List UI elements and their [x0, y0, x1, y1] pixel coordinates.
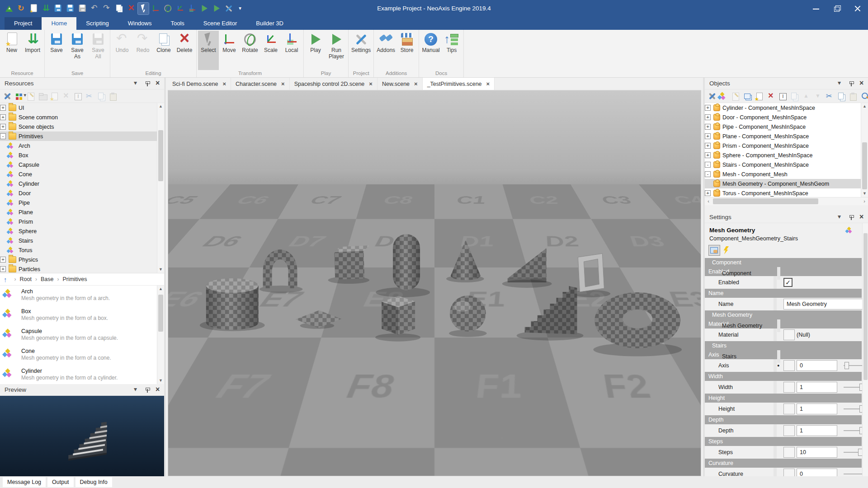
toolbar-icon[interactable]: [789, 91, 800, 101]
ribbon-button[interactable]: Play: [305, 31, 326, 70]
tree-item[interactable]: Pipe: [0, 198, 164, 207]
expander-icon[interactable]: +: [705, 143, 711, 149]
expander-icon[interactable]: +: [0, 257, 6, 263]
scroll-left-icon[interactable]: ‹: [705, 197, 712, 205]
default-value-button[interactable]: [783, 329, 795, 340]
breadcrumb-item[interactable]: ›Base: [32, 276, 54, 282]
scrollbar-thumb[interactable]: [158, 130, 163, 181]
quick-access-button[interactable]: [40, 3, 51, 14]
ribbon-button[interactable]: Undo: [112, 31, 132, 70]
scrollbar-thumb[interactable]: [862, 142, 867, 189]
ribbon-button[interactable]: Addons: [375, 31, 396, 70]
scene-tab[interactable]: Sci-fi Demo.scene ×: [168, 78, 231, 90]
list-item[interactable]: Arch Mesh geometry in the form of a arch…: [0, 286, 164, 305]
status-bar-tab[interactable]: Debug Info: [75, 477, 112, 487]
close-icon[interactable]: [155, 387, 161, 393]
tree-item[interactable]: + Scene common: [0, 113, 164, 122]
close-icon[interactable]: [155, 80, 161, 87]
pin-icon[interactable]: [848, 80, 854, 87]
expander-icon[interactable]: +: [0, 124, 6, 130]
resources-list-scrollbar[interactable]: ▲ ▼: [157, 286, 164, 384]
expander-icon[interactable]: +: [705, 114, 711, 120]
scroll-down-icon[interactable]: ▼: [157, 377, 164, 384]
scrollbar-thumb[interactable]: [158, 295, 163, 332]
quick-access-button[interactable]: [187, 3, 198, 14]
panel-menu-icon[interactable]: [133, 80, 140, 87]
quick-access-button[interactable]: [223, 3, 234, 14]
settings-tab-icon[interactable]: [721, 245, 731, 255]
property-value-input[interactable]: 1: [797, 382, 837, 393]
scroll-right-icon[interactable]: ›: [861, 197, 868, 205]
settings-tab-icon[interactable]: [709, 245, 720, 255]
quick-access-button[interactable]: [199, 3, 210, 14]
tree-item[interactable]: Plane: [0, 207, 164, 217]
scene-tab[interactable]: Spaceship control 2D.scene ×: [290, 78, 377, 90]
toolbar-icon[interactable]: [61, 91, 72, 101]
tree-item[interactable]: + Particles: [0, 264, 164, 273]
property-value-input[interactable]: Mesh Geometry: [783, 299, 866, 310]
close-icon[interactable]: [859, 214, 865, 221]
ribbon-button[interactable]: Rotate: [240, 31, 260, 70]
ribbon-tab[interactable]: Home: [42, 17, 76, 30]
toolbar-icon[interactable]: [38, 91, 48, 101]
restore-button[interactable]: [826, 0, 847, 17]
objects-tree-hscrollbar[interactable]: ‹ ›: [705, 197, 868, 205]
expander-icon[interactable]: +: [0, 114, 6, 120]
tab-close-icon[interactable]: ×: [222, 80, 226, 87]
quick-access-button[interactable]: [4, 3, 14, 14]
scene-tab[interactable]: _TestPrimitives.scene ×: [423, 78, 495, 90]
tree-item[interactable]: + UI: [0, 103, 164, 113]
quick-access-button[interactable]: [77, 3, 88, 14]
ribbon-button[interactable]: Save All: [88, 31, 108, 70]
tree-item[interactable]: Arch: [0, 141, 164, 150]
ribbon-tab[interactable]: Builder 3D: [246, 17, 293, 30]
tree-item[interactable]: Box: [0, 150, 164, 160]
toolbar-icon[interactable]: [731, 91, 741, 101]
expander-icon[interactable]: +: [705, 190, 711, 196]
scrollbar-thumb[interactable]: [863, 233, 868, 380]
quick-access-button[interactable]: [28, 3, 39, 14]
ribbon-button[interactable]: Run Player: [326, 31, 347, 70]
tree-item[interactable]: - Primitives: [0, 131, 164, 141]
ribbon-button[interactable]: Import: [22, 31, 43, 70]
preview-viewport[interactable]: [0, 396, 164, 476]
expander-icon[interactable]: +: [705, 152, 711, 158]
toolbar-icon[interactable]: [813, 91, 824, 101]
list-item[interactable]: Capsule Mesh geometry in the form of a c…: [0, 325, 164, 345]
toolbar-icon[interactable]: [2, 91, 13, 101]
tree-item[interactable]: Cylinder: [0, 179, 164, 188]
ribbon-button[interactable]: Manual: [420, 31, 441, 70]
quick-access-button[interactable]: [162, 3, 173, 14]
ribbon-button[interactable]: Store: [396, 31, 417, 70]
viewport-3d[interactable]: C1C2C3C4C5C6C7C8C1C2C3C4C5C6C7C8D1D2D3D4…: [168, 90, 701, 476]
tab-close-icon[interactable]: ×: [486, 80, 490, 87]
property-checkbox[interactable]: ✓: [783, 278, 793, 287]
status-bar-tab[interactable]: Message Log: [3, 477, 46, 487]
objects-tree-scrollbar[interactable]: ▲ ▼: [861, 103, 868, 197]
tree-item[interactable]: - Stairs - Component_MeshInSpace: [705, 160, 868, 169]
toolbar-icon[interactable]: [848, 91, 859, 101]
quick-access-button[interactable]: [65, 3, 75, 14]
tree-item[interactable]: Stairs: [0, 236, 164, 245]
ribbon-tab[interactable]: Scene Editor: [194, 17, 246, 30]
property-value-input[interactable]: 0: [797, 360, 837, 371]
tree-item[interactable]: + Scene objects: [0, 122, 164, 131]
tree-item[interactable]: Torus: [0, 245, 164, 255]
ribbon-tab[interactable]: Tools: [161, 17, 193, 30]
ribbon-button[interactable]: Settings: [350, 31, 372, 70]
status-bar-tab[interactable]: Output: [47, 477, 74, 487]
tree-item[interactable]: Sphere: [0, 226, 164, 236]
expander-icon[interactable]: -: [705, 162, 711, 168]
tree-item[interactable]: + Cylinder - Component_MeshInSpace: [705, 103, 868, 113]
property-value-input[interactable]: 10: [797, 447, 837, 458]
tree-item[interactable]: - Mesh - Component_Mesh: [705, 169, 868, 179]
expander-icon[interactable]: -: [0, 133, 6, 139]
ribbon-tab[interactable]: Windows: [118, 17, 161, 30]
minimize-button[interactable]: [806, 0, 826, 17]
list-item[interactable]: Cylinder Mesh geometry in the form of a …: [0, 365, 164, 384]
toolbar-icon[interactable]: [85, 91, 95, 101]
ribbon-button[interactable]: Tips: [441, 31, 462, 70]
quick-access-button[interactable]: [101, 3, 112, 14]
close-icon[interactable]: [859, 80, 865, 87]
toolbar-icon[interactable]: [778, 91, 788, 101]
